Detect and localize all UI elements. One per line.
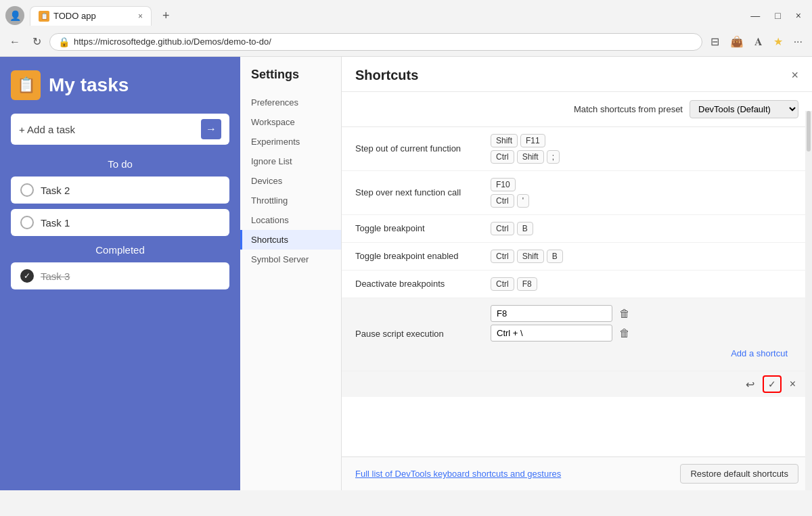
task-checkbox[interactable]: [20, 183, 34, 197]
edit-action-row: Add a shortcut: [491, 344, 798, 364]
key-row: Ctrl Shift ;: [491, 150, 798, 164]
key-badge: B: [547, 250, 563, 263]
sidebar-item-shortcuts[interactable]: Shortcuts: [240, 230, 341, 250]
task-label-done: Task 3: [41, 271, 70, 282]
completed-section: Completed ✓ Task 3: [11, 244, 229, 289]
restore-defaults-button[interactable]: Restore default shortcuts: [680, 464, 798, 484]
shortcut-name: Toggle breakpoint: [355, 222, 491, 235]
split-screen-button[interactable]: ⊟: [706, 32, 723, 51]
add-task-button[interactable]: →: [201, 119, 221, 139]
shortcut-row-step-over: Step over next function call F10 Ctrl ': [342, 171, 812, 215]
full-list-link[interactable]: Full list of DevTools keyboard shortcuts…: [355, 469, 561, 479]
toolbar-actions: ⊟ 👜 𝐀 ★ ···: [706, 32, 807, 51]
task-label: Task 1: [41, 217, 70, 229]
shortcut-keys: Ctrl Shift B: [491, 250, 798, 263]
maximize-button[interactable]: □: [769, 9, 786, 22]
edit-actions: ↩ ✓ ×: [342, 371, 812, 397]
todo-header: 📋 My tasks: [11, 70, 229, 100]
task-checkbox-done[interactable]: ✓: [20, 269, 34, 283]
sidebar-item-symbol-server[interactable]: Symbol Server: [240, 250, 341, 269]
sidebar-item-experiments[interactable]: Experiments: [240, 132, 341, 151]
scrollbar-thumb[interactable]: [807, 111, 811, 151]
shortcuts-content: Step out of current function Shift F11 C…: [342, 127, 812, 456]
todo-section-title: To do: [11, 158, 229, 170]
shortcut-name: Pause script execution: [355, 328, 491, 340]
sidebar-item-devices[interactable]: Devices: [240, 171, 341, 191]
back-button[interactable]: ←: [5, 33, 24, 51]
favorites-button[interactable]: ★: [769, 32, 787, 51]
key-badge: B: [517, 222, 533, 235]
delete-shortcut-button-1[interactable]: 🗑: [615, 306, 634, 321]
todo-icon: 📋: [11, 70, 41, 100]
list-item[interactable]: ✓ Task 3: [11, 262, 229, 289]
key-row: Ctrl B: [491, 222, 798, 235]
shortcuts-header: Shortcuts ×: [342, 57, 812, 92]
shortcuts-close-button[interactable]: ×: [791, 68, 798, 83]
refresh-button[interactable]: ↻: [28, 32, 45, 51]
add-task-text: + Add a task: [19, 124, 196, 135]
shortcut-row-toggle-bp: Toggle breakpoint Ctrl B: [342, 215, 812, 243]
todo-title: My tasks: [49, 74, 129, 96]
list-item[interactable]: Task 2: [11, 177, 229, 204]
sidebar-item-throttling[interactable]: Throttling: [240, 191, 341, 210]
browser-chrome: 👤 📋 TODO app × + — □ × ← ↻ 🔒 https://mic…: [0, 0, 812, 57]
sidebar-item-locations[interactable]: Locations: [240, 210, 341, 230]
key-badge: Ctrl: [491, 222, 514, 235]
cancel-edit-button[interactable]: ×: [787, 377, 798, 392]
shortcut-input-1[interactable]: [491, 305, 612, 322]
preset-select[interactable]: DevTools (Default): [690, 100, 798, 118]
address-text: https://microsoftedge.github.io/Demos/de…: [74, 37, 694, 47]
confirm-button[interactable]: ✓: [763, 375, 782, 393]
key-badge: F10: [491, 178, 516, 191]
key-row: Ctrl ': [491, 194, 798, 208]
shortcuts-panel-title: Shortcuts: [355, 68, 418, 83]
shortcut-row-deactivate-bp: Deactivate breakpoints Ctrl F8: [342, 271, 812, 298]
key-row: Ctrl Shift B: [491, 250, 798, 263]
shortcut-name: Step out of current function: [355, 143, 491, 155]
shortcut-keys: 🗑 🗑 Add a shortcut: [491, 305, 798, 364]
key-badge: Ctrl: [491, 277, 514, 291]
key-row: Ctrl F8: [491, 277, 798, 291]
read-aloud-button[interactable]: 𝐀: [750, 32, 767, 51]
sidebar-item-ignore-list[interactable]: Ignore List: [240, 151, 341, 171]
task-checkbox[interactable]: [20, 216, 34, 229]
key-badge: Ctrl: [491, 250, 514, 263]
shortcut-row-toggle-bp-enabled: Toggle breakpoint enabled Ctrl Shift B: [342, 243, 812, 271]
title-bar: 👤 📋 TODO app × + — □ ×: [0, 0, 812, 27]
delete-shortcut-button-2[interactable]: 🗑: [615, 326, 634, 341]
key-row: Shift F11: [491, 134, 798, 147]
shortcut-keys: Ctrl B: [491, 222, 798, 235]
key-badge: F11: [520, 134, 545, 147]
browser-tab[interactable]: 📋 TODO app ×: [30, 6, 152, 26]
settings-title: Settings: [240, 68, 341, 93]
new-tab-button[interactable]: +: [157, 9, 175, 23]
shortcut-input-2[interactable]: [491, 325, 612, 342]
key-row: 🗑: [491, 325, 798, 342]
key-badge: Shift: [517, 250, 544, 263]
sidebar-item-preferences[interactable]: Preferences: [240, 93, 341, 112]
shortcuts-panel: Shortcuts × Match shortcuts from preset …: [342, 57, 812, 490]
main-area: 📋 My tasks + Add a task → To do Task 2 T…: [0, 57, 812, 490]
window-close-button[interactable]: ×: [790, 9, 807, 22]
completed-section-title: Completed: [11, 244, 229, 256]
sidebar-item-workspace[interactable]: Workspace: [240, 112, 341, 132]
add-shortcut-link[interactable]: Add a shortcut: [731, 348, 788, 358]
minimize-button[interactable]: —: [745, 9, 765, 22]
key-badge: Shift: [517, 150, 544, 164]
task-label: Task 2: [41, 185, 70, 196]
more-button[interactable]: ···: [790, 32, 807, 51]
todo-sidebar: 📋 My tasks + Add a task → To do Task 2 T…: [0, 57, 240, 490]
collections-button[interactable]: 👜: [726, 32, 748, 51]
undo-button[interactable]: ↩: [743, 377, 757, 392]
user-avatar[interactable]: 👤: [5, 6, 24, 25]
preset-label: Match shortcuts from preset: [574, 104, 683, 114]
browser-toolbar: ← ↻ 🔒 https://microsoftedge.github.io/De…: [0, 27, 812, 57]
address-bar[interactable]: 🔒 https://microsoftedge.github.io/Demos/…: [49, 33, 702, 51]
list-item[interactable]: Task 1: [11, 209, 229, 236]
add-task-bar[interactable]: + Add a task →: [11, 114, 229, 145]
key-badge: ;: [547, 150, 560, 164]
settings-panel: Settings Preferences Workspace Experimen…: [240, 57, 342, 490]
key-badge: Ctrl: [491, 150, 514, 164]
tab-close-button[interactable]: ×: [138, 11, 143, 21]
shortcut-row-step-out: Step out of current function Shift F11 C…: [342, 127, 812, 171]
